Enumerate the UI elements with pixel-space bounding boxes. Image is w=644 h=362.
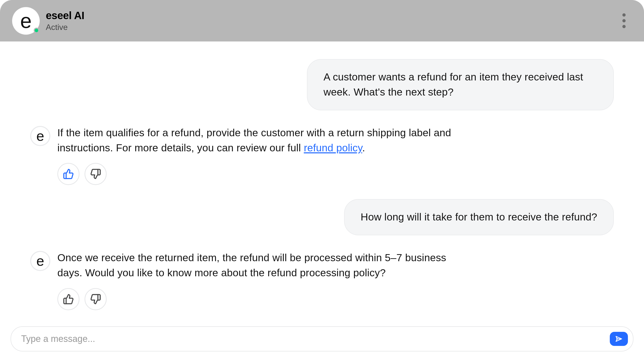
message-input[interactable] — [21, 334, 604, 344]
header-meta: eseel AI Active — [46, 10, 84, 32]
bot-text-segment: . — [362, 142, 365, 154]
user-message-bubble: How long will it take for them to receiv… — [344, 199, 614, 235]
message-row-bot: e If the item qualifies for a refund, pr… — [30, 124, 614, 185]
thumbs-up-button[interactable] — [57, 288, 79, 310]
chat-status: Active — [46, 23, 84, 32]
message-row-user: How long will it take for them to receiv… — [30, 199, 614, 235]
send-icon — [615, 335, 623, 343]
feedback-row — [57, 163, 472, 185]
bot-avatar-wrap: e — [12, 7, 40, 35]
bot-message-body: Once we receive the returned item, the r… — [57, 249, 472, 310]
send-button[interactable] — [610, 332, 628, 346]
message-row-bot: e Once we receive the returned item, the… — [30, 249, 614, 310]
chat-header: e eseel AI Active — [0, 0, 644, 41]
thumbs-down-icon — [90, 168, 101, 179]
presence-indicator — [34, 28, 39, 33]
bot-text-segment: If the item qualifies for a refund, prov… — [57, 127, 451, 154]
bot-avatar-glyph: e — [36, 254, 44, 268]
bot-message-body: If the item qualifies for a refund, prov… — [57, 124, 472, 185]
thumbs-up-button[interactable] — [57, 163, 79, 185]
message-thread: A customer wants a refund for an item th… — [0, 41, 644, 320]
bot-avatar-glyph: e — [36, 129, 44, 143]
message-row-user: A customer wants a refund for an item th… — [30, 59, 614, 110]
bot-message-text: Once we receive the returned item, the r… — [57, 249, 472, 281]
user-message-text: How long will it take for them to receiv… — [361, 211, 597, 223]
bot-message-avatar: e — [30, 251, 50, 271]
user-message-bubble: A customer wants a refund for an item th… — [307, 59, 614, 110]
thumbs-down-button[interactable] — [85, 288, 107, 310]
bot-message-text: If the item qualifies for a refund, prov… — [57, 124, 472, 156]
thumbs-down-icon — [90, 294, 101, 305]
bot-message-avatar: e — [30, 126, 50, 146]
user-message-text: A customer wants a refund for an item th… — [324, 71, 583, 98]
more-vertical-icon — [622, 13, 626, 28]
thumbs-down-button[interactable] — [85, 163, 107, 185]
thumbs-up-icon — [63, 294, 74, 305]
thumbs-up-icon — [63, 168, 74, 179]
menu-button[interactable] — [616, 13, 632, 29]
composer-area — [11, 326, 633, 351]
composer — [11, 326, 633, 351]
feedback-row — [57, 288, 472, 310]
bot-avatar-glyph: e — [20, 11, 32, 31]
chat-window: e eseel AI Active A customer wants a ref… — [0, 0, 644, 362]
chat-title: eseel AI — [46, 10, 84, 22]
refund-policy-link[interactable]: refund policy — [304, 142, 362, 154]
